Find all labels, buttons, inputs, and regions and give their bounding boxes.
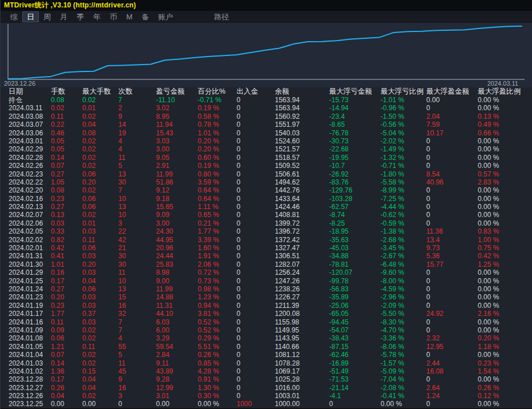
cell-max-float-loss-pct: -7.25 %	[381, 195, 426, 203]
cell-date: 2024.03.11	[9, 104, 51, 112]
cell-count: 7	[118, 318, 156, 326]
table-row-2024.01.16[interactable]: 2024.01.160.110.0376.030.52 %01155.98-94…	[1, 318, 532, 326]
cell-max-float-profit: 0	[426, 285, 478, 293]
cell-count: 42	[118, 236, 156, 244]
cell-balance: 1551.97	[275, 121, 329, 129]
cell-lots: 0.11	[51, 113, 82, 121]
cell-count: 5	[118, 162, 156, 170]
cell-max-float-profit: 0	[426, 211, 478, 219]
cell-pnl: 3.00	[156, 219, 198, 227]
table-row-2024.02.16[interactable]: 2024.02.160.230.06109.180.64 %01433.64-1…	[1, 195, 532, 203]
cell-max-lots: 0.04	[82, 121, 118, 129]
menu-item-bei[interactable]: 备	[138, 12, 153, 22]
cell-max-lots: 0.04	[82, 384, 118, 392]
cell-lots: 1.21	[51, 343, 82, 351]
table-row-2024.01.24[interactable]: 2024.01.240.270.061311.990.98 %01238.26-…	[1, 285, 532, 293]
table-row-2024.02.06[interactable]: 2024.02.060.030.0133.000.21 %01399.72-8.…	[1, 219, 532, 227]
cell-pnl: 6.03	[156, 318, 198, 326]
table-row-2024.03.06[interactable]: 2024.03.060.460.081915.431.01 %01540.03-…	[1, 129, 532, 137]
cell-count: 30	[118, 252, 156, 260]
cell-max-float-loss: -10.7	[329, 162, 381, 170]
cell-count: 0	[118, 400, 156, 408]
cell-balance: 1509.52	[275, 162, 329, 170]
table-row-2024.01.23[interactable]: 2024.01.230.200.031514.881.23 %01226.27-…	[1, 293, 532, 301]
cell-count: 22	[118, 227, 156, 235]
table-row-position[interactable]: 持仓0.080.027-11.10-0.71 %01563.94-15.73-1…	[1, 96, 532, 104]
menu-item-ji[interactable]: 季	[73, 12, 88, 22]
cell-max-lots: 0.03	[82, 302, 118, 310]
cell-pnl: 3.00	[156, 145, 198, 153]
table-row-2023.12.26[interactable]: 2023.12.260.040.0233.010.30 %01003.01-4.…	[1, 392, 532, 400]
cell-max-float-profit: 5.36	[426, 252, 478, 260]
menu-item-nian[interactable]: 年	[89, 12, 105, 22]
table-row-2024.02.26[interactable]: 2024.02.260.070.0252.910.19 %01509.52-10…	[1, 162, 532, 170]
table-row-2023.12.25[interactable]: 2023.12.250.000.0000.000.00 %10001000.00…	[1, 400, 532, 408]
menu-item-zhou[interactable]: 周	[39, 12, 55, 22]
cell-date: 2024.01.16	[9, 318, 51, 326]
table-row-2024.01.31[interactable]: 2024.01.310.410.033024.441.91 %01306.51-…	[1, 252, 532, 260]
menu-item-bi[interactable]: 币	[106, 12, 121, 22]
cell-count: 21	[118, 244, 156, 252]
cell-cashflow: 0	[237, 252, 275, 260]
table-row-2024.01.03[interactable]: 2024.01.030.140.02119.110.85 %01078.28-1…	[1, 359, 532, 367]
cell-lots: 0.07	[51, 351, 82, 359]
menu-item-lujing[interactable]: 路径	[210, 12, 233, 22]
table-row-2024.02.29[interactable]: 2024.02.290.050.0243.000.20 %01521.57-22…	[1, 145, 532, 153]
cell-pct: 0.73 %	[198, 277, 237, 285]
table-row-2024.02.05[interactable]: 2024.02.050.330.032224.301.77 %01396.72-…	[1, 227, 532, 235]
table-row-2024.02.20[interactable]: 2024.02.200.080.0279.120.64 %01442.76-12…	[1, 186, 532, 194]
table-row-2024.03.11[interactable]: 2024.03.110.020.0123.020.19 %01563.94-14…	[1, 104, 532, 112]
cell-max-float-loss: -76.78	[329, 129, 381, 137]
table-row-2024.01.19[interactable]: 2024.01.190.230.031611.310.94 %01211.39-…	[1, 302, 532, 310]
window-title[interactable]: MTDriver统计 ,V3.10 (http://mtdriver.cn)	[1, 0, 532, 11]
cell-count: 10	[118, 195, 156, 203]
cell-cashflow: 0	[237, 96, 275, 104]
table-row-2024.01.29[interactable]: 2024.01.290.160.03118.980.72 %01256.24-1…	[1, 268, 532, 276]
table-row-2024.02.22[interactable]: 2024.02.221.050.203051.863.59 %01494.62-…	[1, 178, 532, 186]
table-row-2024.03.01[interactable]: 2024.03.010.050.0243.030.20 %01524.60-30…	[1, 137, 532, 145]
cell-count: 4	[118, 137, 156, 145]
cell-pnl: 9.00	[156, 277, 198, 285]
cell-count: 10	[118, 211, 156, 219]
table-row-2023.12.28[interactable]: 2023.12.280.170.0499.280.91 %01025.28-71…	[1, 375, 532, 383]
table-row-2024.01.17[interactable]: 2024.01.171.770.373244.103.81 %01200.08-…	[1, 310, 532, 318]
cell-cashflow: 0	[237, 195, 275, 203]
table-row-2024.03.08[interactable]: 2024.03.080.110.0298.950.58 %01560.92-23…	[1, 113, 532, 121]
cell-max-float-profit: 0	[426, 302, 478, 310]
cell-pct: 0.19 %	[198, 162, 237, 170]
cell-max-float-loss: -71.53	[329, 375, 381, 383]
cell-max-lots: 0.02	[82, 211, 118, 219]
menu-item-ri[interactable]: 日	[23, 12, 38, 22]
table-row-2024.01.30[interactable]: 2024.01.301.010.203025.832.06 %01282.07-…	[1, 260, 532, 268]
table-row-2024.01.04[interactable]: 2024.01.040.070.0252.840.26 %01081.12-62…	[1, 351, 532, 359]
table-row-2024.02.01[interactable]: 2024.02.010.420.062120.961.60 %01327.47-…	[1, 244, 532, 252]
chart-end-date-label: 2024.03.11	[487, 80, 518, 87]
column-header-cashflow: 出入金	[237, 87, 275, 96]
cell-max-float-profit-pct: 0.00 %	[478, 96, 532, 104]
table-row-2024.01.05[interactable]: 2024.01.051.210.115559.545.51 %01140.66-…	[1, 343, 532, 351]
cell-pnl: 11.94	[156, 121, 198, 129]
cell-date: 2023.12.26	[9, 392, 51, 400]
table-row-2024.01.25[interactable]: 2024.01.250.170.04109.000.73 %01247.26-9…	[1, 277, 532, 285]
table-row-2023.12.27[interactable]: 2023.12.270.260.041612.991.30 %01016.00-…	[1, 384, 532, 392]
table-row-2024.01.08[interactable]: 2024.01.080.060.0243.290.29 %01143.95-38…	[1, 334, 532, 342]
table-row-2024.03.07[interactable]: 2024.03.070.220.041411.940.78 %01551.97-…	[1, 121, 532, 129]
table-row-2024.01.09[interactable]: 2024.01.090.090.0276.000.52 %01149.95-54…	[1, 326, 532, 334]
cell-max-float-loss: 0	[329, 400, 381, 408]
table-row-2024.02.28[interactable]: 2024.02.280.140.02119.050.60 %01518.57-1…	[1, 154, 532, 162]
table-row-2024.02.23[interactable]: 2024.02.230.270.061311.990.80 %01506.61-…	[1, 170, 532, 178]
cell-pct: 0.91 %	[198, 375, 237, 383]
table-row-2024.01.02[interactable]: 2024.01.021.360.154543.894.28 %01069.17-…	[1, 367, 532, 375]
cell-max-float-loss-pct: -4.59 %	[381, 285, 426, 293]
menu-item-m[interactable]: M	[122, 12, 137, 22]
menu-item-zong[interactable]: 综	[6, 12, 22, 22]
menu-item-zhanghu[interactable]: 账户	[154, 12, 177, 22]
cell-balance: 1003.01	[275, 392, 329, 400]
menu-item-yue[interactable]: 月	[56, 12, 71, 22]
table-row-2024.02.13[interactable]: 2024.02.130.270.061315.651.11 %01424.46-…	[1, 203, 532, 211]
cell-pct: 0.65 %	[198, 211, 237, 219]
table-row-2024.02.07[interactable]: 2024.02.070.130.02109.090.65 %01408.81-8…	[1, 211, 532, 219]
cell-date: 2024.02.23	[9, 170, 51, 178]
cell-max-float-profit-pct: 0.23 %	[478, 359, 532, 367]
table-row-2024.02.02[interactable]: 2024.02.020.820.114244.953.39 %01372.42-…	[1, 236, 532, 244]
